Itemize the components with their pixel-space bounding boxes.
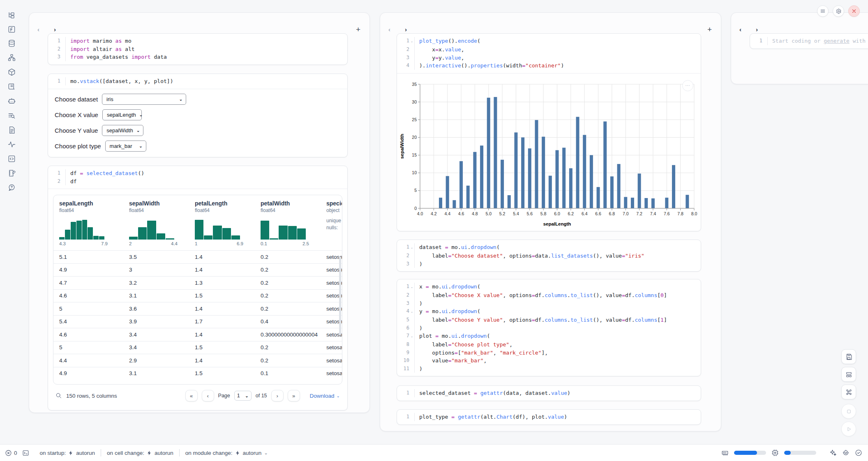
settings-button[interactable] bbox=[833, 5, 844, 17]
code-line: 8 label="Choose plot type", bbox=[397, 341, 701, 349]
dropdown-label: Choose Y value bbox=[55, 127, 98, 134]
code-editor[interactable]: 1df = selected_dataset()2df bbox=[48, 166, 347, 189]
table-row[interactable]: 4.73.21.30.2setosa bbox=[53, 276, 342, 289]
svg-text:5: 5 bbox=[414, 188, 417, 193]
column-next-button[interactable]: › bbox=[405, 27, 407, 32]
file-tree-icon[interactable] bbox=[5, 9, 18, 21]
column-prev-button[interactable]: ‹ bbox=[739, 27, 741, 32]
column-3-header: ‹ › bbox=[731, 13, 868, 32]
table-row[interactable]: 4.42.91.40.2setosa bbox=[53, 354, 342, 367]
table-row[interactable]: 5.13.51.40.2setosa bbox=[53, 250, 342, 263]
table-row[interactable]: 53.61.40.2setosa bbox=[53, 302, 342, 315]
dependency-graph-icon[interactable] bbox=[5, 51, 18, 64]
error-count-chip[interactable]: 0 bbox=[5, 449, 17, 456]
menu-button[interactable] bbox=[817, 5, 829, 17]
download-button[interactable]: Download⌄ bbox=[310, 393, 340, 399]
dropdown-select-choose-y-value[interactable]: sepalWidth⌄ bbox=[102, 125, 143, 136]
code-line: 1⌄dataset = mo.ui.dropdown( bbox=[397, 243, 701, 252]
dropdown-select-choose-x-value[interactable]: sepalLength⌄ bbox=[102, 109, 142, 120]
chat-icon[interactable] bbox=[5, 95, 18, 107]
column-header-petalLength[interactable]: petalLengthfloat6416.9 bbox=[189, 200, 255, 250]
chart-actions-menu-button[interactable]: … bbox=[682, 80, 693, 91]
table-row[interactable]: 4.63.11.50.2setosa bbox=[53, 289, 342, 302]
next-page-button[interactable]: › bbox=[271, 390, 284, 401]
add-cell-button[interactable]: + bbox=[707, 26, 712, 33]
add-cell-button[interactable]: + bbox=[356, 26, 360, 33]
fold-chevron-icon[interactable]: ⌄ bbox=[409, 332, 414, 341]
code-editor[interactable]: 1selected_dataset = getattr(data, datase… bbox=[397, 386, 701, 401]
code-editor[interactable]: 1⌄x = mo.ui.dropdown(2 label="Choose X v… bbox=[397, 279, 701, 376]
first-page-button[interactable]: « bbox=[185, 390, 198, 401]
column-1-header: ‹ › + bbox=[29, 13, 369, 32]
svg-text:7.2: 7.2 bbox=[636, 211, 642, 216]
chart-output: 4.04.24.44.64.85.05.25.45.65.86.06.26.46… bbox=[397, 73, 701, 231]
code-editor[interactable]: 1⌄dataset = mo.ui.dropdown(2 label="Choo… bbox=[397, 240, 701, 271]
save-button[interactable] bbox=[841, 349, 856, 364]
tracing-icon[interactable] bbox=[5, 138, 18, 150]
code-editor[interactable]: 1mo.vstack([dataset, x, y, plot]) bbox=[48, 74, 347, 89]
column-prev-button[interactable]: ‹ bbox=[37, 27, 39, 32]
fold-chevron-icon[interactable]: ⌄ bbox=[409, 283, 414, 291]
run-button[interactable] bbox=[841, 422, 856, 436]
fold-chevron-icon[interactable]: ⌄ bbox=[409, 37, 414, 46]
table-scrollbar[interactable] bbox=[339, 257, 341, 335]
altair-chart[interactable]: 4.04.24.44.64.85.05.25.45.65.86.06.26.46… bbox=[397, 74, 701, 233]
fold-chevron-icon[interactable]: ⌄ bbox=[409, 307, 414, 316]
command-icon bbox=[845, 389, 852, 396]
connection-status-icon[interactable] bbox=[855, 449, 862, 456]
documentation-icon[interactable] bbox=[5, 124, 18, 136]
dropdown-select-choose-plot-type[interactable]: mark_bar⌄ bbox=[105, 141, 146, 152]
table-cell: 4.7 bbox=[53, 280, 123, 286]
code-editor[interactable]: 1import marimo as mo2import altair as al… bbox=[48, 34, 347, 65]
logs-icon[interactable] bbox=[5, 109, 18, 122]
dropdown-select-choose-dataset[interactable]: iris⌄ bbox=[102, 94, 186, 105]
scratchpad-icon[interactable] bbox=[5, 80, 18, 92]
prev-page-button[interactable]: ‹ bbox=[202, 390, 214, 401]
close-button[interactable] bbox=[848, 5, 860, 17]
help-icon[interactable] bbox=[5, 181, 18, 194]
stop-button[interactable] bbox=[841, 404, 856, 419]
ai-sparkle-icon[interactable] bbox=[829, 449, 837, 456]
table-row[interactable]: 53.41.50.2setosa bbox=[53, 341, 342, 354]
code-cell-dataframe: 1df = selected_dataset()2df sepalLengthf… bbox=[48, 166, 348, 410]
chevron-down-icon: ⌄ bbox=[179, 97, 182, 101]
code-line: 5 label="Choose Y value", options=df.col… bbox=[397, 316, 701, 324]
table-row[interactable]: 4.931.40.2setosa bbox=[53, 263, 342, 277]
code-editor[interactable]: 1Start coding or generate with bbox=[750, 34, 868, 48]
packages-icon[interactable] bbox=[5, 66, 18, 78]
functions-icon[interactable] bbox=[5, 23, 18, 35]
keyboard-shortcuts-button[interactable] bbox=[841, 385, 856, 399]
column-next-button[interactable]: › bbox=[54, 27, 56, 32]
assistant-robot-icon[interactable] bbox=[842, 449, 850, 456]
column-header-species[interactable]: speciesobjectuniquenulls: bbox=[321, 200, 342, 250]
terminal-button[interactable] bbox=[22, 449, 29, 456]
column-2-header: ‹ › + bbox=[380, 13, 721, 32]
code-line: 4⌄y = mo.ui.dropdown( bbox=[397, 307, 701, 316]
autorun-toggle-3[interactable]: on module change:autorun⌄ bbox=[185, 450, 268, 456]
database-icon[interactable] bbox=[5, 37, 18, 49]
table-row[interactable]: 5.43.91.70.4setosa bbox=[53, 315, 342, 328]
code-editor[interactable]: 1⌄plot_type().encode(2 x=x.value,3 y=y.v… bbox=[397, 34, 701, 73]
autorun-toggle-1[interactable]: on startup:autorun bbox=[40, 450, 95, 456]
svg-text:4.2: 4.2 bbox=[431, 211, 437, 216]
autorun-toggle-2[interactable]: on cell change:autorun bbox=[107, 450, 173, 456]
column-header-petalWidth[interactable]: petalWidthfloat640.12.5 bbox=[255, 200, 321, 250]
table-header-row: sepalLengthfloat644.37.9sepalWidthfloat6… bbox=[53, 195, 342, 250]
search-icon[interactable] bbox=[55, 392, 62, 399]
column-histogram bbox=[195, 217, 240, 240]
code-line: 1⌄x = mo.ui.dropdown( bbox=[397, 283, 701, 291]
column-next-button[interactable]: › bbox=[756, 27, 758, 32]
page-select[interactable]: 1⌄ bbox=[234, 391, 252, 401]
column-header-sepalLength[interactable]: sepalLengthfloat644.37.9 bbox=[53, 200, 123, 250]
code-editor[interactable]: 1plot_type = getattr(alt.Chart(df), plot… bbox=[397, 410, 701, 424]
last-page-button[interactable]: » bbox=[288, 390, 300, 401]
table-row[interactable]: 4.63.41.40.30000000000000004setosa bbox=[53, 328, 342, 341]
fold-chevron-icon[interactable]: ⌄ bbox=[409, 243, 414, 252]
layout-button[interactable] bbox=[841, 367, 856, 382]
column-header-sepalWidth[interactable]: sepalWidthfloat6424.4 bbox=[123, 200, 189, 250]
code-cell-plot-type: 1plot_type = getattr(alt.Chart(df), plot… bbox=[397, 409, 701, 425]
column-prev-button[interactable]: ‹ bbox=[388, 27, 390, 32]
notebook-icon[interactable] bbox=[5, 167, 18, 179]
snippets-icon[interactable] bbox=[5, 152, 18, 165]
table-row[interactable]: 4.93.11.50.1setosa bbox=[53, 367, 342, 380]
